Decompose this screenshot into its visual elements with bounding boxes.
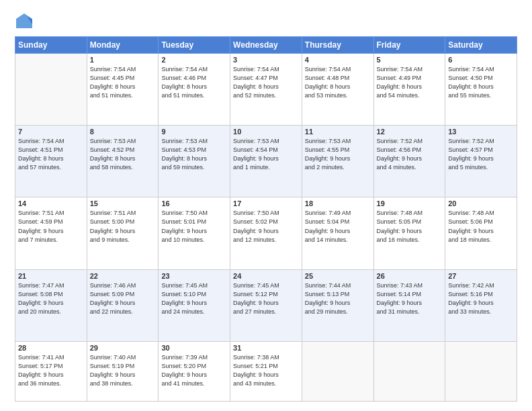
calendar-day-cell — [373, 341, 445, 401]
weekday-header-friday: Friday — [373, 37, 445, 54]
page: SundayMondayTuesdayWednesdayThursdayFrid… — [0, 0, 532, 411]
calendar-day-cell: 16Sunrise: 7:50 AM Sunset: 5:01 PM Dayli… — [159, 197, 230, 269]
calendar-day-cell: 13Sunrise: 7:52 AM Sunset: 4:57 PM Dayli… — [445, 126, 517, 197]
day-info: Sunrise: 7:54 AM Sunset: 4:50 PM Dayligh… — [448, 65, 514, 100]
calendar-day-cell: 30Sunrise: 7:39 AM Sunset: 5:20 PM Dayli… — [159, 341, 230, 401]
calendar-day-cell: 10Sunrise: 7:53 AM Sunset: 4:54 PM Dayli… — [230, 126, 302, 197]
day-info: Sunrise: 7:53 AM Sunset: 4:52 PM Dayligh… — [90, 137, 156, 172]
day-info: Sunrise: 7:43 AM Sunset: 5:14 PM Dayligh… — [377, 281, 443, 316]
calendar-day-cell: 6Sunrise: 7:54 AM Sunset: 4:50 PM Daylig… — [445, 54, 517, 126]
calendar-day-cell: 17Sunrise: 7:50 AM Sunset: 5:02 PM Dayli… — [230, 197, 302, 269]
calendar-day-cell: 15Sunrise: 7:51 AM Sunset: 5:00 PM Dayli… — [87, 197, 159, 269]
day-info: Sunrise: 7:54 AM Sunset: 4:49 PM Dayligh… — [377, 65, 443, 100]
weekday-header-monday: Monday — [87, 37, 159, 54]
day-number: 4 — [305, 56, 371, 64]
day-number: 7 — [18, 128, 84, 136]
day-info: Sunrise: 7:47 AM Sunset: 5:08 PM Dayligh… — [18, 281, 84, 316]
calendar-week-row: 28Sunrise: 7:41 AM Sunset: 5:17 PM Dayli… — [15, 341, 517, 401]
calendar-day-cell: 19Sunrise: 7:48 AM Sunset: 5:05 PM Dayli… — [373, 197, 445, 269]
day-info: Sunrise: 7:39 AM Sunset: 5:20 PM Dayligh… — [161, 353, 227, 388]
day-number: 26 — [377, 272, 443, 280]
day-number: 21 — [18, 272, 84, 280]
day-number: 25 — [305, 272, 371, 280]
day-number: 27 — [448, 272, 514, 280]
day-number: 5 — [377, 56, 443, 64]
logo — [15, 12, 36, 31]
calendar-day-cell: 1Sunrise: 7:54 AM Sunset: 4:45 PM Daylig… — [87, 54, 159, 126]
calendar-day-cell: 28Sunrise: 7:41 AM Sunset: 5:17 PM Dayli… — [15, 341, 87, 401]
calendar-day-cell: 25Sunrise: 7:44 AM Sunset: 5:13 PM Dayli… — [302, 269, 373, 341]
day-number: 3 — [233, 56, 299, 64]
day-number: 2 — [161, 56, 227, 64]
day-number: 28 — [18, 344, 84, 352]
weekday-header-tuesday: Tuesday — [159, 37, 230, 54]
day-number: 29 — [90, 344, 156, 352]
calendar-day-cell: 26Sunrise: 7:43 AM Sunset: 5:14 PM Dayli… — [373, 269, 445, 341]
day-number: 31 — [233, 344, 299, 352]
day-number: 23 — [161, 272, 227, 280]
day-info: Sunrise: 7:46 AM Sunset: 5:09 PM Dayligh… — [90, 281, 156, 316]
calendar-day-cell: 22Sunrise: 7:46 AM Sunset: 5:09 PM Dayli… — [87, 269, 159, 341]
day-number: 14 — [18, 199, 84, 208]
calendar-header-row: SundayMondayTuesdayWednesdayThursdayFrid… — [15, 37, 517, 54]
weekday-header-sunday: Sunday — [15, 37, 87, 54]
day-number: 19 — [377, 199, 443, 208]
day-info: Sunrise: 7:40 AM Sunset: 5:19 PM Dayligh… — [90, 353, 156, 388]
calendar-day-cell — [302, 341, 373, 401]
day-number: 17 — [233, 199, 299, 208]
calendar-day-cell: 12Sunrise: 7:52 AM Sunset: 4:56 PM Dayli… — [373, 126, 445, 197]
weekday-header-wednesday: Wednesday — [230, 37, 302, 54]
calendar-day-cell: 31Sunrise: 7:38 AM Sunset: 5:21 PM Dayli… — [230, 341, 302, 401]
svg-marker-0 — [16, 13, 32, 28]
day-number: 6 — [448, 56, 514, 64]
day-info: Sunrise: 7:54 AM Sunset: 4:45 PM Dayligh… — [90, 65, 156, 100]
day-info: Sunrise: 7:38 AM Sunset: 5:21 PM Dayligh… — [233, 353, 299, 388]
day-info: Sunrise: 7:48 AM Sunset: 5:05 PM Dayligh… — [377, 209, 443, 244]
day-info: Sunrise: 7:52 AM Sunset: 4:57 PM Dayligh… — [448, 137, 514, 172]
day-info: Sunrise: 7:50 AM Sunset: 5:02 PM Dayligh… — [233, 209, 299, 244]
calendar-day-cell: 3Sunrise: 7:54 AM Sunset: 4:47 PM Daylig… — [230, 54, 302, 126]
calendar-day-cell: 27Sunrise: 7:42 AM Sunset: 5:16 PM Dayli… — [445, 269, 517, 341]
calendar-day-cell: 2Sunrise: 7:54 AM Sunset: 4:46 PM Daylig… — [159, 54, 230, 126]
calendar-day-cell: 29Sunrise: 7:40 AM Sunset: 5:19 PM Dayli… — [87, 341, 159, 401]
calendar-week-row: 1Sunrise: 7:54 AM Sunset: 4:45 PM Daylig… — [15, 54, 517, 126]
calendar-day-cell — [15, 54, 87, 126]
calendar-day-cell: 21Sunrise: 7:47 AM Sunset: 5:08 PM Dayli… — [15, 269, 87, 341]
day-info: Sunrise: 7:50 AM Sunset: 5:01 PM Dayligh… — [161, 209, 227, 244]
calendar-week-row: 21Sunrise: 7:47 AM Sunset: 5:08 PM Dayli… — [15, 269, 517, 341]
day-info: Sunrise: 7:53 AM Sunset: 4:53 PM Dayligh… — [161, 137, 227, 172]
calendar-day-cell: 20Sunrise: 7:48 AM Sunset: 5:06 PM Dayli… — [445, 197, 517, 269]
header — [15, 12, 517, 31]
calendar-day-cell — [445, 341, 517, 401]
weekday-header-thursday: Thursday — [302, 37, 373, 54]
calendar-day-cell: 23Sunrise: 7:45 AM Sunset: 5:10 PM Dayli… — [159, 269, 230, 341]
calendar-table: SundayMondayTuesdayWednesdayThursdayFrid… — [15, 36, 517, 402]
calendar-week-row: 7Sunrise: 7:54 AM Sunset: 4:51 PM Daylig… — [15, 126, 517, 197]
day-number: 16 — [161, 199, 227, 208]
day-info: Sunrise: 7:41 AM Sunset: 5:17 PM Dayligh… — [18, 353, 84, 388]
day-info: Sunrise: 7:54 AM Sunset: 4:46 PM Dayligh… — [161, 65, 227, 100]
day-number: 22 — [90, 272, 156, 280]
day-info: Sunrise: 7:53 AM Sunset: 4:55 PM Dayligh… — [305, 137, 371, 172]
day-number: 30 — [161, 344, 227, 352]
day-number: 1 — [90, 56, 156, 64]
logo-icon — [15, 12, 34, 31]
day-info: Sunrise: 7:54 AM Sunset: 4:47 PM Dayligh… — [233, 65, 299, 100]
calendar-day-cell: 8Sunrise: 7:53 AM Sunset: 4:52 PM Daylig… — [87, 126, 159, 197]
day-info: Sunrise: 7:44 AM Sunset: 5:13 PM Dayligh… — [305, 281, 371, 316]
day-number: 11 — [305, 128, 371, 136]
day-number: 9 — [161, 128, 227, 136]
calendar-day-cell: 7Sunrise: 7:54 AM Sunset: 4:51 PM Daylig… — [15, 126, 87, 197]
calendar-day-cell: 18Sunrise: 7:49 AM Sunset: 5:04 PM Dayli… — [302, 197, 373, 269]
day-info: Sunrise: 7:53 AM Sunset: 4:54 PM Dayligh… — [233, 137, 299, 172]
day-info: Sunrise: 7:45 AM Sunset: 5:10 PM Dayligh… — [161, 281, 227, 316]
day-number: 8 — [90, 128, 156, 136]
day-info: Sunrise: 7:51 AM Sunset: 4:59 PM Dayligh… — [18, 209, 84, 244]
day-info: Sunrise: 7:52 AM Sunset: 4:56 PM Dayligh… — [377, 137, 443, 172]
day-info: Sunrise: 7:48 AM Sunset: 5:06 PM Dayligh… — [448, 209, 514, 244]
day-info: Sunrise: 7:51 AM Sunset: 5:00 PM Dayligh… — [90, 209, 156, 244]
day-number: 12 — [377, 128, 443, 136]
day-number: 10 — [233, 128, 299, 136]
calendar-week-row: 14Sunrise: 7:51 AM Sunset: 4:59 PM Dayli… — [15, 197, 517, 269]
day-info: Sunrise: 7:45 AM Sunset: 5:12 PM Dayligh… — [233, 281, 299, 316]
